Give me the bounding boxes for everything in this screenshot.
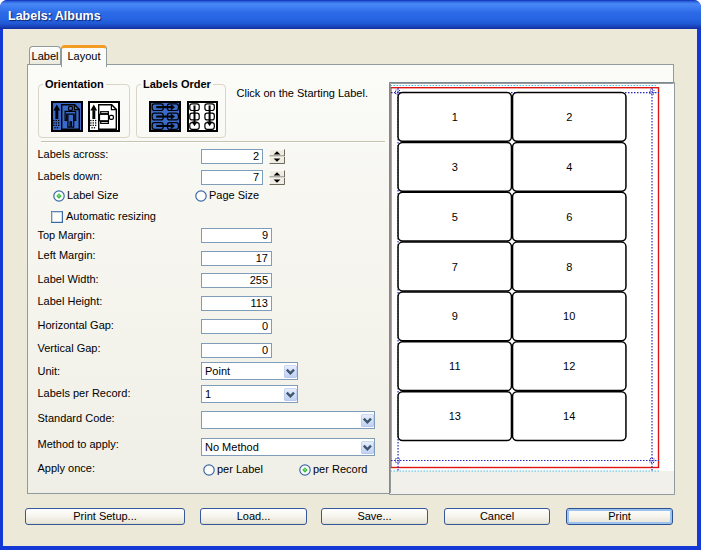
svg-text:8: 8 — [566, 261, 572, 273]
svg-text:2: 2 — [566, 111, 572, 123]
svg-text:7: 7 — [452, 261, 458, 273]
svg-text:11: 11 — [449, 360, 460, 372]
svg-text:3: 3 — [452, 161, 458, 173]
svg-text:6: 6 — [566, 211, 572, 223]
svg-text:13: 13 — [449, 410, 461, 422]
svg-text:9: 9 — [452, 310, 458, 322]
svg-text:12: 12 — [563, 360, 575, 372]
svg-text:4: 4 — [566, 161, 572, 173]
svg-text:10: 10 — [563, 310, 575, 322]
svg-text:5: 5 — [452, 211, 458, 223]
svg-text:1: 1 — [452, 111, 458, 123]
svg-text:14: 14 — [563, 410, 575, 422]
